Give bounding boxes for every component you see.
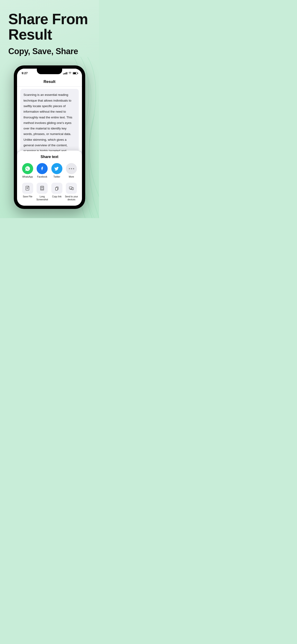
signal-bar-1 [63,74,64,74]
send-to-devices-button[interactable]: Send to your devices [64,183,78,201]
twitter-label: Twitter [54,176,60,178]
hero-title: Share From Result [8,12,91,42]
signal-bar-2 [64,73,65,74]
facebook-icon [36,163,48,174]
long-screenshot-label: Long Screenshot [35,195,49,201]
phone-inner: 9:27 [17,69,82,206]
hero-subtitle: Copy, Save, Share [8,46,91,56]
svg-point-8 [72,189,73,190]
phone-notch [37,69,62,74]
twitter-share-button[interactable]: Twitter [51,163,62,178]
page-wrapper: Share From Result Copy, Save, Share 9:27 [0,0,99,218]
phone-wrapper: 9:27 [0,66,99,209]
long-screenshot-icon [36,183,48,194]
signal-bar-4 [66,72,67,74]
copy-link-icon [51,183,62,194]
battery-fill [73,72,76,74]
svg-rect-1 [40,186,44,190]
signal-bar-3 [66,72,66,74]
phone-frame: 9:27 [14,66,85,209]
whatsapp-share-button[interactable]: WhatsApp [22,163,33,178]
svg-rect-6 [69,187,72,189]
share-sheet: Share text WhatsApp [17,151,82,206]
copy-link-label: Copy link [52,195,62,198]
app-header-title: Result [44,80,56,84]
send-to-devices-icon [66,183,77,194]
wifi-icon [68,72,72,75]
whatsapp-icon [22,163,33,174]
status-time: 9:27 [22,72,28,75]
share-apps-row: WhatsApp Facebook [20,163,79,178]
signal-bars-icon [63,72,67,74]
send-to-devices-label: Send to your devices [64,195,78,201]
save-file-button[interactable]: Save File [20,183,35,198]
twitter-icon [51,163,62,174]
app-header: Result [17,76,82,86]
save-file-icon [22,183,33,194]
svg-rect-2 [41,188,43,189]
copy-link-button[interactable]: Copy link [50,183,64,198]
status-icons [63,72,77,75]
share-actions-row: Save File [20,183,79,201]
more-icon [66,163,77,174]
svg-rect-4 [56,188,58,190]
save-file-label: Save File [23,195,32,198]
share-sheet-title: Share text [20,155,79,159]
facebook-share-button[interactable]: Facebook [36,163,48,178]
battery-icon [73,72,77,74]
long-screenshot-button[interactable]: Long Screenshot [35,183,49,201]
more-share-button[interactable]: More [66,163,77,178]
whatsapp-label: WhatsApp [22,176,33,178]
facebook-label: Facebook [37,176,47,178]
result-area: Scanning is an essential reading techniq… [17,86,82,151]
more-label: More [69,176,74,178]
hero-section: Share From Result Copy, Save, Share [0,0,99,63]
svg-rect-0 [26,186,29,190]
result-text-block: Scanning is an essential reading techniq… [20,89,79,151]
